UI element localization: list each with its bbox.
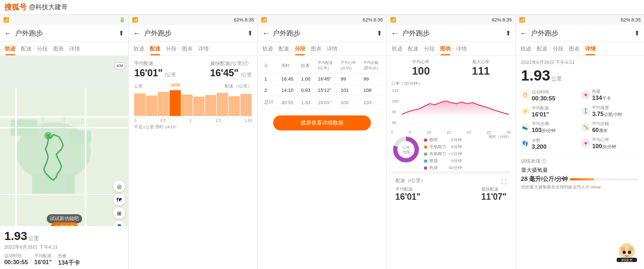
expand-icon-2[interactable]: ⛶ xyxy=(501,179,507,185)
tab-segment-5[interactable]: 分段 xyxy=(550,42,566,55)
col-seg: 分 xyxy=(261,58,278,74)
tab-detail-1[interactable]: 详情 xyxy=(67,42,83,55)
detail-distance-row: 1.93 公里 xyxy=(521,67,639,84)
speed-num: 3.75 xyxy=(592,111,603,117)
tab-chart-1[interactable]: 图表 xyxy=(50,42,67,55)
nav-title-1: 户外跑步 xyxy=(15,28,43,38)
tab-detail-3[interactable]: 详情 xyxy=(324,42,340,55)
time-value: 00:30:55 xyxy=(532,95,555,101)
time-4: 8:35 xyxy=(502,17,512,23)
svg-text:心率: 心率 xyxy=(401,146,409,149)
landscape-btn[interactable]: 横屏查看详细数据 xyxy=(273,115,371,130)
svg-point-26 xyxy=(619,243,635,259)
hr-x-label: 用时（分钟） xyxy=(391,134,511,140)
tab-bar-1: 轨迹 配速 分段 图表 详情 xyxy=(0,42,128,56)
hr-x-axis: 0 5 10 15 20 25 30 xyxy=(391,130,511,134)
tab-detail-5[interactable]: 详情 xyxy=(582,42,598,55)
tab-segment-1[interactable]: 分段 xyxy=(34,42,50,55)
hr-chart-area: 110 100 90 80 xyxy=(391,88,511,130)
seg-2-dist: 0.93 xyxy=(298,85,314,96)
pace2-avg: 平均配速 16'01" xyxy=(396,186,421,202)
nav-title-4: 户外跑步 xyxy=(402,28,430,38)
pace-bar-chart: 16'45 xyxy=(134,91,252,118)
stride-label: 平均步幅 xyxy=(592,121,609,127)
pace-bar-6 xyxy=(193,97,204,116)
max-pace-metric: 最快配速(/公里)① 16'45" /公里 xyxy=(210,60,252,79)
share-icon-1[interactable]: ⬆ xyxy=(119,30,124,37)
map-stat-cal-value: 134千卡 xyxy=(58,259,79,267)
dot-fat xyxy=(424,159,427,163)
pace2-max-label: 最快配速 xyxy=(481,186,507,192)
share-icon-2[interactable]: ⬆ xyxy=(247,30,253,37)
tab-segment-3[interactable]: 分段 xyxy=(292,42,308,55)
training-progress-fill xyxy=(570,178,594,180)
tab-track-3[interactable]: 轨迹 xyxy=(260,42,276,55)
tab-detail-4[interactable]: 详情 xyxy=(453,42,470,55)
cal-num: 134 xyxy=(592,94,602,101)
speed-content: 平均速度 3.75公里/小时 xyxy=(592,105,622,118)
tab-chart-4[interactable]: 图表 xyxy=(437,42,453,55)
tab-track-5[interactable]: 轨迹 xyxy=(518,42,534,55)
status-right-5: 62% 8:35 xyxy=(620,17,641,23)
tab-bar-5: 轨迹 配速 分段 图表 详情 xyxy=(516,42,644,56)
tab-pace-1[interactable]: 配速 xyxy=(18,42,34,55)
svg-point-29 xyxy=(623,251,626,254)
tab-chart-2[interactable]: 图表 xyxy=(179,42,195,55)
pace2-metrics: 平均配速 16'01" 最快配速 11'07" xyxy=(396,186,507,202)
seg-2-time: 14:10 xyxy=(278,85,298,96)
legend-aerobic: 有氧耐力 <1分钟 xyxy=(424,151,462,157)
back-arrow-5[interactable]: ← xyxy=(520,29,528,38)
pace-note: 不足1公里 用时 14'10" xyxy=(134,124,252,130)
screen-2-pace: 📶 62% 8:35 ← 户外跑步 ⬆ 轨迹 配速 分段 图表 详情 平均配速 xyxy=(129,15,258,269)
label-aerobic: 有氧耐力 xyxy=(429,151,447,157)
cal-unit: 千卡 xyxy=(602,96,611,101)
share-icon-3[interactable]: ⬆ xyxy=(377,30,382,37)
total-dist: 1.93 xyxy=(298,96,314,109)
tab-pace-4[interactable]: 配速 xyxy=(405,42,421,55)
max-hr-label: 最大心率 xyxy=(472,59,489,65)
tab-segment-2[interactable]: 分段 xyxy=(163,42,179,55)
tab-segment-4[interactable]: 分段 xyxy=(421,42,437,55)
back-arrow-4[interactable]: ← xyxy=(391,29,399,38)
locate-btn[interactable]: ◎ xyxy=(113,180,125,192)
training-title: 训练表现 ① xyxy=(521,158,547,165)
battery-pct-4: 62% xyxy=(492,17,501,23)
training-label: 最大摄氧量 xyxy=(521,166,639,174)
seg-1-time: 16:45 xyxy=(278,74,298,85)
map-type-btn[interactable]: 🗺 xyxy=(113,194,125,206)
steps-label: 步数 xyxy=(532,137,547,143)
tab-track-4[interactable]: 轨迹 xyxy=(389,42,405,55)
time-content: 运动时间 00:30:55 xyxy=(532,89,555,101)
tab-chart-3[interactable]: 图表 xyxy=(308,42,324,55)
nav-header-4: ← 户外跑步 ⬆ xyxy=(387,25,515,42)
map-stats-row: 运动时间 00:30:55 平均配速 16'01" 热量 134千卡 xyxy=(4,253,124,267)
tab-pace-5[interactable]: 配速 xyxy=(534,42,550,55)
svg-text:100: 100 xyxy=(392,99,398,103)
status-left-4: 📶 xyxy=(390,17,396,23)
back-arrow-1[interactable]: ← xyxy=(4,29,12,38)
map-stat-cal: 热量 134千卡 xyxy=(58,253,79,267)
screen-3-segments: 📶 62% 8:35 ← 户外跑步 ⬆ 轨迹 配速 分段 图表 详情 xyxy=(258,15,386,269)
tab-pace-2[interactable]: 配速 xyxy=(147,42,163,55)
share-icon-4[interactable]: ⬆ xyxy=(506,30,511,37)
seg-2-hr: 101 xyxy=(338,85,360,96)
pace2-avg-label: 平均配速 xyxy=(396,186,421,192)
tab-detail-2[interactable]: 详情 xyxy=(195,42,211,55)
cadence-unit: 步/分钟 xyxy=(541,128,555,133)
share-icon-5[interactable]: ⬆ xyxy=(634,30,640,37)
tab-chart-5[interactable]: 图表 xyxy=(566,42,582,55)
stride-num: 60 xyxy=(592,127,598,133)
layers-btn[interactable]: ⊞ xyxy=(113,207,125,219)
pace-bar-5 xyxy=(181,94,193,116)
svg-text:90: 90 xyxy=(392,110,396,114)
svg-point-27 xyxy=(621,247,625,251)
segment-row-1: 1 16:45 1.00 16'45" 99 99 xyxy=(261,74,383,85)
back-arrow-3[interactable]: ← xyxy=(262,29,269,38)
value-warmup: 30分钟 xyxy=(449,165,462,171)
training-title-row: 训练表现 ① xyxy=(521,158,639,166)
status-left-3: 📶 xyxy=(261,17,267,23)
back-arrow-2[interactable]: ← xyxy=(133,29,141,38)
tab-track-2[interactable]: 轨迹 xyxy=(131,42,147,55)
tab-pace-3[interactable]: 配速 xyxy=(276,42,292,55)
tab-track[interactable]: 轨迹 xyxy=(2,42,18,55)
